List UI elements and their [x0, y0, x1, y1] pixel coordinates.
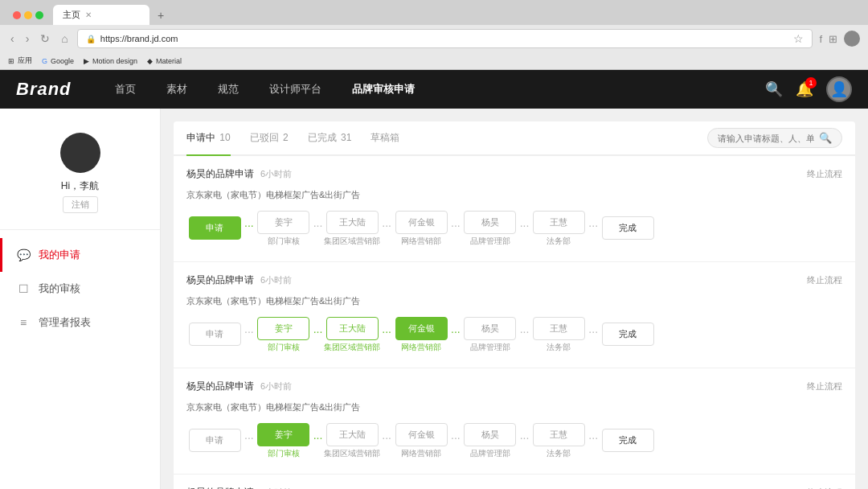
- maximize-dot[interactable]: [35, 11, 43, 19]
- extension-icon-2[interactable]: ⊞: [829, 33, 837, 45]
- bookmark-label-apps: 应用: [18, 55, 32, 66]
- step-1-6: 完成: [600, 323, 656, 347]
- app-card-3: 杨昊的品牌申请6小时前终止流程京东家电（家电节）电梯框架广告&出街广告申请···…: [174, 475, 855, 489]
- apps-icon: ⊞: [8, 57, 14, 65]
- tab-completed[interactable]: 已完成 31: [308, 121, 352, 154]
- table-icon: ≡: [16, 315, 31, 330]
- sidebar-item-label-my-review: 我的审核: [39, 281, 80, 296]
- user-avatar-large: [60, 133, 100, 173]
- sidebar: Hi，李航 注销 💬 我的申请 ☐ 我的审核 ≡ 管理者报表: [0, 109, 161, 489]
- step-box-1-1: 姜宇: [257, 317, 309, 340]
- nav-item-spec[interactable]: 规范: [215, 82, 242, 97]
- arrow-1-0: ···: [244, 325, 254, 346]
- arrow-1-4: ···: [520, 325, 530, 346]
- tab-completed-count: 31: [341, 132, 351, 143]
- step-box-1-2: 王大陆: [326, 317, 379, 340]
- card-action-0[interactable]: 终止流程: [807, 168, 842, 180]
- bookmark-motion[interactable]: ▶ Motion design: [84, 57, 137, 65]
- card-time-2: 6小时前: [260, 380, 292, 392]
- search-nav-button[interactable]: 🔍: [765, 80, 783, 98]
- card-header-0: 杨昊的品牌申请6小时前终止流程: [186, 167, 842, 181]
- step-box-2-0[interactable]: 申请: [189, 429, 241, 452]
- card-header-2: 杨昊的品牌申请6小时前终止流程: [186, 380, 842, 393]
- arrow-0-1: ···: [313, 219, 323, 240]
- logout-button[interactable]: 注销: [63, 196, 98, 213]
- app-card-0: 杨昊的品牌申请6小时前终止流程京东家电（家电节）电梯框架广告&出街广告申请···…: [174, 156, 855, 262]
- step-sublabel-2-1: 部门审核: [268, 448, 300, 459]
- step-box-2-6[interactable]: 完成: [602, 429, 654, 452]
- sidebar-item-my-review[interactable]: ☐ 我的审核: [0, 272, 160, 306]
- bookmark-star-icon[interactable]: ☆: [793, 32, 804, 45]
- step-sublabel-0-1: 部门审核: [268, 236, 300, 247]
- brand-logo[interactable]: Brand: [16, 79, 72, 100]
- step-box-0-6[interactable]: 完成: [602, 216, 654, 240]
- step-sublabel-2-2: 集团区域营销部: [324, 448, 380, 459]
- address-bar: ‹ › ↻ ⌂ 🔒 https://brand.jd.com ☆ f ⊞: [0, 25, 868, 52]
- step-2-3: 何金银网络营销部: [393, 423, 449, 459]
- step-sublabel-1-4: 品牌管理部: [470, 342, 510, 353]
- url-input[interactable]: 🔒 https://brand.jd.com ☆: [77, 29, 813, 48]
- card-action-1[interactable]: 终止流程: [807, 274, 842, 286]
- back-button[interactable]: ‹: [8, 32, 17, 45]
- new-tab-button[interactable]: +: [153, 7, 169, 23]
- step-1-2: 王大陆集团区域营销部: [324, 317, 380, 353]
- card-subtitle-0: 京东家电（家电节）电梯框架广告&出街广告: [186, 189, 842, 201]
- nav-item-assets[interactable]: 素材: [163, 82, 190, 97]
- workflow-0: 申请···姜宇部门审核···王大陆集团区域营销部···何金银网络营销部···杨昊…: [186, 211, 842, 247]
- search-icon[interactable]: 🔍: [819, 132, 832, 144]
- step-box-0-0[interactable]: 申请: [189, 216, 241, 240]
- step-box-1-6[interactable]: 完成: [602, 323, 654, 346]
- card-action-2[interactable]: 终止流程: [807, 380, 842, 392]
- minimize-dot[interactable]: [24, 11, 32, 19]
- bookmark-material[interactable]: ◆ Material: [147, 57, 182, 65]
- tab-rejected-label: 已驳回: [250, 132, 279, 143]
- bookmark-google[interactable]: G Google: [42, 57, 74, 65]
- step-0-5: 王慧法务部: [530, 211, 587, 247]
- nav-item-platform[interactable]: 设计师平台: [266, 82, 325, 97]
- step-box-2-2: 王大陆: [326, 423, 379, 446]
- window-controls: [6, 11, 50, 19]
- sidebar-item-my-apps[interactable]: 💬 我的申请: [0, 238, 160, 272]
- cards-container: 杨昊的品牌申请6小时前终止流程京东家电（家电节）电梯框架广告&出街广告申请···…: [174, 156, 855, 489]
- step-box-1-3: 何金银: [395, 317, 448, 340]
- tab-rejected[interactable]: 已驳回 2: [250, 121, 289, 154]
- step-box-1-0[interactable]: 申请: [189, 323, 241, 346]
- step-1-4: 杨昊品牌管理部: [462, 317, 518, 353]
- arrow-2-5: ···: [588, 431, 598, 452]
- card-time-0: 6小时前: [260, 168, 292, 180]
- sidebar-menu: 💬 我的申请 ☐ 我的审核 ≡ 管理者报表: [0, 238, 160, 339]
- search-input[interactable]: [718, 134, 814, 143]
- url-text: https://brand.jd.com: [100, 34, 178, 43]
- user-avatar-small[interactable]: [844, 31, 860, 47]
- tab-completed-label: 已完成: [308, 132, 337, 143]
- step-0-1: 姜宇部门审核: [256, 211, 312, 247]
- bookmarks-bar: ⊞ 应用 G Google ▶ Motion design ◆ Material: [0, 52, 868, 69]
- motion-icon: ▶: [84, 57, 89, 65]
- forward-button[interactable]: ›: [23, 32, 32, 45]
- nav-item-home[interactable]: 首页: [112, 82, 139, 97]
- google-icon: G: [42, 57, 47, 65]
- tab-close-icon[interactable]: ✕: [85, 10, 92, 19]
- tab-drafts[interactable]: 草稿箱: [371, 121, 399, 154]
- step-sublabel-1-2: 集团区域营销部: [324, 342, 380, 353]
- browser-tab-active[interactable]: 主页 ✕: [53, 5, 149, 25]
- step-2-1: 姜宇部门审核: [256, 423, 312, 459]
- sidebar-item-admin-table[interactable]: ≡ 管理者报表: [0, 306, 160, 339]
- user-avatar[interactable]: 👤: [826, 76, 852, 102]
- card-title-1: 杨昊的品牌申请: [186, 273, 254, 287]
- extension-icon-1[interactable]: f: [819, 33, 822, 45]
- home-button[interactable]: ⌂: [59, 32, 70, 45]
- step-0-4: 杨昊品牌管理部: [462, 211, 518, 247]
- bookmark-apps[interactable]: ⊞ 应用: [8, 55, 32, 66]
- notification-button[interactable]: 🔔 1: [796, 80, 813, 98]
- close-dot[interactable]: [13, 11, 21, 19]
- nav-item-brand-review[interactable]: 品牌审核申请: [349, 82, 418, 97]
- app-card-1: 杨昊的品牌申请6小时前终止流程京东家电（家电节）电梯框架广告&出街广告申请···…: [174, 262, 855, 368]
- arrow-0-0: ···: [244, 219, 254, 240]
- step-box-0-2: 王大陆: [326, 211, 379, 234]
- card-title-3: 杨昊的品牌申请: [186, 486, 254, 489]
- tab-in-progress[interactable]: 申请中 10: [186, 121, 231, 154]
- step-1-5: 王慧法务部: [530, 317, 587, 353]
- refresh-button[interactable]: ↻: [38, 32, 52, 45]
- step-box-0-1: 姜宇: [257, 211, 309, 234]
